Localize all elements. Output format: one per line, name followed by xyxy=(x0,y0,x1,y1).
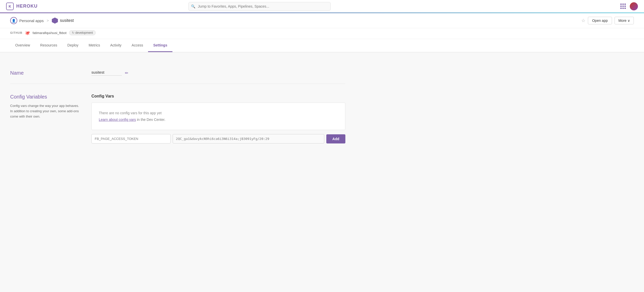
more-button[interactable]: More ∨ xyxy=(615,17,634,24)
main-content: Name susitest ✏ Config Variables Config … xyxy=(0,52,356,164)
tab-metrics[interactable]: Metrics xyxy=(84,39,105,52)
config-empty-box: There are no config vars for this app ye… xyxy=(91,103,345,130)
app-name-value: susitest xyxy=(91,70,122,76)
apps-grid-icon[interactable] xyxy=(620,4,626,9)
config-section-description: Config vars change the way your app beha… xyxy=(10,103,81,119)
add-config-button[interactable]: Add xyxy=(326,134,345,143)
branch-name: development xyxy=(75,31,93,35)
name-field-wrap: susitest ✏ xyxy=(91,70,345,76)
tabs-bar: Overview Resources Deploy Metrics Activi… xyxy=(0,39,644,52)
config-learn-link[interactable]: Learn about config vars xyxy=(99,118,136,122)
config-section-right: Config Vars There are no config vars for… xyxy=(91,94,345,143)
tab-deploy[interactable]: Deploy xyxy=(62,39,84,52)
name-section-content: susitest ✏ xyxy=(91,70,345,76)
search-input[interactable] xyxy=(188,2,331,11)
name-section-label: Name xyxy=(10,70,81,76)
user-avatar[interactable] xyxy=(630,2,638,10)
name-section: Name susitest ✏ xyxy=(10,62,345,84)
personal-apps-breadcrumb[interactable]: 👤 Personal apps xyxy=(10,17,44,24)
edit-name-icon[interactable]: ✏ xyxy=(125,71,128,75)
github-octocat-icon: 🐙 xyxy=(25,30,30,35)
github-row: GITHUB 🐙 fatimarafiqui/susi_fbbot ↻ deve… xyxy=(0,28,644,39)
config-section-title: Config Variables xyxy=(10,94,81,100)
tab-access[interactable]: Access xyxy=(126,39,148,52)
tab-overview[interactable]: Overview xyxy=(10,39,35,52)
config-add-row: Add xyxy=(91,134,345,143)
config-empty-message: There are no config vars for this app ye… xyxy=(99,111,338,115)
config-learn-text: Learn about config vars in the Dev Cente… xyxy=(99,118,338,122)
refresh-icon: ↻ xyxy=(72,31,74,35)
global-search: 🔍 xyxy=(188,2,331,11)
brand-logo[interactable]: K HEROKU xyxy=(6,3,38,10)
github-repo-link[interactable]: fatimarafiqui/susi_fbbot xyxy=(33,31,67,35)
heroku-wordmark: HEROKU xyxy=(16,4,38,9)
heroku-icon: K xyxy=(6,3,14,10)
tab-activity[interactable]: Activity xyxy=(105,39,126,52)
top-nav-right xyxy=(620,2,638,10)
open-app-button[interactable]: Open app xyxy=(588,17,612,24)
breadcrumb-actions: ☆ Open app More ∨ xyxy=(581,17,634,24)
tab-resources[interactable]: Resources xyxy=(35,39,62,52)
tab-settings[interactable]: Settings xyxy=(148,39,172,52)
config-variables-section: Config Variables Config vars change the … xyxy=(10,84,345,154)
app-name-breadcrumb: susitest xyxy=(60,18,74,23)
config-vars-title: Config Vars xyxy=(91,94,345,99)
config-value-input[interactable] xyxy=(173,134,324,143)
top-navigation: K HEROKU 🔍 xyxy=(0,0,644,13)
config-section-left: Config Variables Config vars change the … xyxy=(10,94,81,143)
personal-apps-label: Personal apps xyxy=(19,19,44,23)
app-breadcrumb[interactable]: susitest xyxy=(52,18,74,24)
person-icon: 👤 xyxy=(10,17,17,24)
config-learn-suffix: in the Dev Center. xyxy=(136,118,165,122)
branch-badge: ↻ development xyxy=(69,30,96,35)
github-label: GITHUB xyxy=(10,31,22,34)
config-key-input[interactable] xyxy=(91,134,171,143)
breadcrumb-bar: 👤 Personal apps > susitest ☆ Open app Mo… xyxy=(0,13,644,28)
favorite-star-button[interactable]: ☆ xyxy=(581,18,585,23)
search-icon: 🔍 xyxy=(191,4,195,8)
breadcrumb-separator: > xyxy=(47,19,49,23)
app-hex-icon xyxy=(52,18,58,24)
